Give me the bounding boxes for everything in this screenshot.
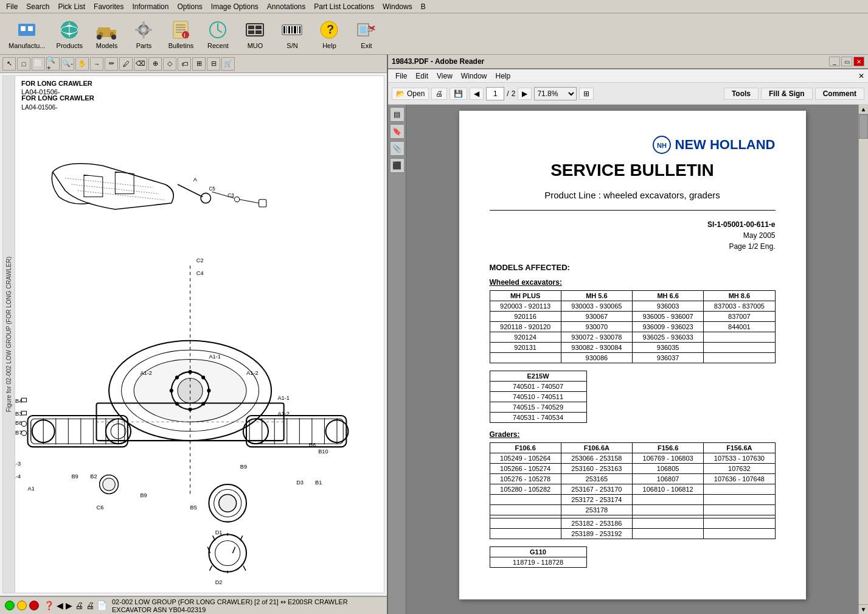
print-icon[interactable]: 🖨 — [75, 601, 83, 610]
pdf-thumbnails-icon[interactable]: ▤ — [390, 107, 404, 122]
pdf-tools-btn[interactable]: Tools — [724, 88, 759, 100]
menu-annotations[interactable]: Annotations — [263, 1, 309, 12]
print2-icon[interactable]: 🖨 — [86, 601, 94, 610]
menu-search[interactable]: Search — [23, 1, 53, 12]
pdf-menu-help[interactable]: Help — [492, 71, 515, 82]
bulletins-btn[interactable]: ! Bulletins — [164, 16, 198, 52]
svg-rect-38 — [297, 26, 298, 33]
toolbar-rect[interactable]: □ — [17, 57, 30, 71]
pdf-attachments-icon[interactable]: 📎 — [390, 141, 404, 156]
products-btn[interactable]: Products — [53, 16, 86, 52]
pdf-scroll-down[interactable]: ▼ — [859, 604, 868, 614]
pdf-menu-view[interactable]: View — [433, 71, 456, 82]
pdf-toolbar: 📂 Open 🖨 💾 ◀ / 2 ▶ 71.8% ⊞ Tools Fil — [388, 83, 868, 105]
pdf-page-area[interactable]: NH NEW HOLLAND SERVICE BULLETIN Product … — [406, 105, 858, 614]
toolbar-dotted[interactable]: ⬜ — [32, 57, 45, 71]
pdf-save-btn[interactable]: 💾 — [450, 88, 467, 100]
svg-point-49 — [201, 193, 210, 203]
toolbar-tag[interactable]: 🏷 — [178, 57, 191, 71]
models-btn[interactable]: Models — [90, 16, 123, 52]
pdf-bookmarks-icon[interactable]: 🔖 — [390, 124, 404, 139]
menu-favorites[interactable]: Favorites — [90, 1, 127, 12]
table-row: 930086936037 — [490, 353, 775, 363]
question-status-icon[interactable]: ❓ — [44, 601, 54, 610]
svg-text:B10: B10 — [318, 448, 328, 455]
pdf-scrollbar[interactable]: ▲ ▼ — [858, 105, 868, 614]
menu-file[interactable]: File — [2, 1, 21, 12]
menu-partlist[interactable]: Part List Locations — [310, 1, 378, 12]
toolbar-grid[interactable]: ⊟ — [207, 57, 220, 71]
pdf-menu-file[interactable]: File — [392, 71, 411, 82]
pdf-prev-page-btn[interactable]: ◀ — [470, 88, 484, 100]
menu-picklist[interactable]: Pick List — [54, 1, 89, 12]
pdf-menu-edit[interactable]: Edit — [412, 71, 432, 82]
pdf-close-x[interactable]: ✕ — [858, 72, 864, 80]
recent-btn[interactable]: Recent — [201, 16, 235, 52]
sn-btn[interactable]: S/N — [276, 16, 309, 52]
manufacturers-btn[interactable]: Manufactu... — [5, 16, 49, 52]
menu-b[interactable]: B — [417, 1, 429, 12]
wheeled-table: MH PLUS MH 5.6 MH 6.6 MH 8.6 920003 - 92… — [490, 290, 776, 363]
toolbar-poly[interactable]: ◇ — [163, 57, 176, 71]
pdf-logo-text: NEW HOLLAND — [675, 137, 776, 153]
pdf-menu-window[interactable]: Window — [457, 71, 491, 82]
parts-btn[interactable]: Parts — [127, 16, 161, 52]
printer3-icon[interactable]: 📄 — [97, 601, 107, 610]
pdf-comment-btn[interactable]: Comment — [815, 88, 864, 100]
pdf-fill-sign-btn[interactable]: Fill & Sign — [761, 88, 813, 100]
svg-rect-2 — [28, 26, 33, 31]
pdf-minimize-btn[interactable]: _ — [829, 57, 840, 66]
svg-rect-15 — [142, 21, 145, 26]
back-arrow-icon[interactable]: ◀ — [57, 601, 63, 610]
svg-rect-34 — [286, 26, 287, 33]
toolbar-highlight[interactable]: 🖊 — [119, 57, 133, 71]
toolbar-arrow[interactable]: → — [90, 57, 103, 71]
toolbar-fit[interactable]: ⊞ — [192, 57, 206, 71]
toolbar-pan[interactable]: ✋ — [75, 57, 89, 71]
menu-windows[interactable]: Windows — [379, 1, 416, 12]
svg-rect-30 — [248, 30, 254, 34]
toolbar-eraser[interactable]: ⌫ — [134, 57, 147, 71]
svg-text:D3: D3 — [296, 480, 304, 486]
svg-text:B9: B9 — [240, 464, 247, 470]
pdf-models-title: MODELS AFFECTED: — [490, 263, 776, 272]
toolbar-zoom-in[interactable]: 🔍+ — [46, 57, 60, 71]
pdf-restore-btn[interactable]: ▭ — [841, 57, 852, 66]
pdf-reference: SI-1-05001-00-611-e — [490, 220, 776, 229]
help-btn[interactable]: ? Help — [313, 16, 346, 52]
toolbar-zoom-out[interactable]: 🔍- — [61, 57, 74, 71]
menu-options[interactable]: Options — [173, 1, 206, 12]
pdf-next-page-btn[interactable]: ▶ — [518, 88, 532, 100]
wheeled-col-4: MH 8.6 — [704, 291, 775, 301]
pdf-layers-icon[interactable]: ⬛ — [390, 158, 404, 173]
svg-rect-37 — [294, 26, 296, 33]
pdf-window-controls: _ ▭ ✕ — [829, 57, 864, 66]
pdf-open-btn[interactable]: 📂 Open — [392, 88, 429, 100]
menu-information[interactable]: Information — [128, 1, 172, 12]
main-toolbar: Manufactu... Products Models — [0, 13, 868, 55]
svg-text:A: A — [193, 176, 198, 183]
green-circle[interactable] — [5, 601, 15, 610]
pdf-close-btn[interactable]: ✕ — [853, 57, 864, 66]
toolbar-select[interactable]: ↖ — [2, 57, 16, 71]
pdf-fit-btn[interactable]: ⊞ — [579, 88, 594, 100]
muo-btn[interactable]: MUO — [238, 16, 272, 52]
forward-arrow-icon[interactable]: ▶ — [66, 601, 72, 610]
pdf-zoom-select[interactable]: 71.8% — [534, 87, 577, 100]
pdf-total-pages: 2 — [512, 89, 516, 98]
toolbar-pencil[interactable]: ✏ — [105, 57, 118, 71]
toolbar-crosshair[interactable]: ⊕ — [148, 57, 162, 71]
menu-image-options[interactable]: Image Options — [207, 1, 262, 12]
pdf-scroll-thumb[interactable] — [859, 114, 868, 139]
yellow-circle[interactable] — [17, 601, 27, 610]
pdf-print-btn[interactable]: 🖨 — [431, 88, 447, 100]
pdf-wheeled-title: Wheeled excavators: — [490, 278, 776, 287]
g110-table: G110 118719 - 118728 — [490, 546, 587, 568]
pdf-scroll-up[interactable]: ▲ — [859, 105, 868, 114]
pdf-page-input[interactable] — [486, 87, 504, 100]
exit-btn[interactable]: Exit — [350, 16, 383, 52]
toolbar-cart[interactable]: 🛒 — [221, 57, 235, 71]
main-area: ↖ □ ⬜ 🔍+ 🔍- ✋ → ✏ 🖊 ⌫ ⊕ ◇ 🏷 ⊞ ⊟ 🛒 Figure… — [0, 55, 868, 614]
svg-text:A1-2: A1-2 — [277, 411, 290, 417]
red-circle[interactable] — [29, 601, 39, 610]
